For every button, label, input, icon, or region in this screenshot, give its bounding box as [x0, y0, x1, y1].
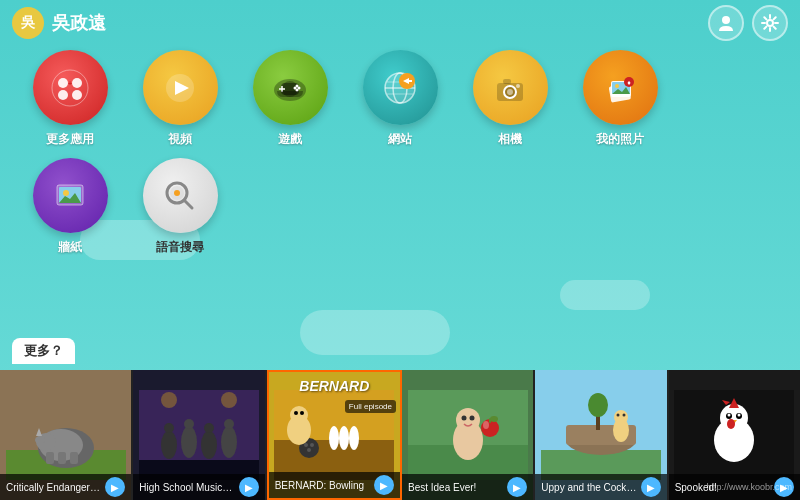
user-name-display: 吳 吳政遠	[12, 7, 106, 39]
thumbnails-row: Critically Endangere... ▶	[0, 370, 800, 500]
svg-point-105	[720, 404, 748, 432]
header: 吳 吳政遠	[0, 0, 800, 45]
svg-point-87	[461, 416, 466, 421]
app-game[interactable]: 遊戲	[240, 50, 340, 148]
svg-point-101	[616, 414, 619, 417]
svg-point-0	[722, 16, 730, 24]
app-video[interactable]: 視頻	[130, 50, 230, 148]
thumb-3-play[interactable]: ▶	[374, 475, 394, 495]
app-more-circle: +	[33, 50, 108, 125]
svg-line-45	[184, 200, 192, 208]
svg-point-30	[507, 89, 513, 95]
app-game-label: 遊戲	[278, 131, 302, 148]
profile-icon-btn[interactable]	[708, 5, 744, 41]
app-search-circle	[143, 158, 218, 233]
musical-thumbnail	[139, 390, 259, 480]
camera-icon	[489, 67, 531, 109]
app-more[interactable]: + 更多應用	[20, 50, 120, 148]
full-episode-badge: Full episode	[345, 400, 396, 413]
app-camera-circle	[473, 50, 548, 125]
thumb-2-label: High School Musical ... ▶	[133, 474, 264, 500]
svg-point-41	[63, 190, 69, 196]
svg-point-68	[224, 419, 234, 429]
svg-point-46	[174, 190, 180, 196]
settings-icon-btn[interactable]	[752, 5, 788, 41]
svg-point-111	[738, 414, 741, 417]
svg-point-67	[221, 426, 237, 458]
svg-point-35	[615, 84, 619, 88]
svg-point-59	[161, 392, 177, 408]
idea-thumbnail	[408, 390, 528, 480]
svg-point-31	[516, 84, 520, 88]
bernard-title: BERNARD	[269, 378, 400, 394]
svg-point-63	[181, 426, 197, 458]
cloud-decoration	[300, 310, 450, 355]
svg-point-60	[221, 392, 237, 408]
thumb-5-play[interactable]: ▶	[641, 477, 661, 497]
svg-point-91	[490, 416, 498, 422]
svg-rect-51	[46, 452, 54, 464]
thumb-2-play[interactable]: ▶	[239, 477, 259, 497]
profile-icon	[716, 13, 736, 33]
svg-point-78	[307, 448, 311, 452]
search-icon	[159, 175, 201, 217]
thumb-critically-endangered[interactable]: Critically Endangere... ▶	[0, 370, 133, 500]
app-wallpaper-circle	[33, 158, 108, 233]
svg-point-3	[58, 78, 68, 88]
settings-icon	[760, 13, 780, 33]
app-wallpaper[interactable]: 牆紙	[20, 158, 120, 256]
svg-point-61	[161, 431, 177, 459]
thumb-4-label: Best Idea Ever! ▶	[402, 474, 533, 500]
svg-point-1	[767, 20, 773, 26]
svg-point-100	[614, 410, 628, 424]
app-web-circle	[363, 50, 438, 125]
thumb-spooked[interactable]: Spooked! ▶	[669, 370, 800, 500]
cloud-decoration	[560, 280, 650, 310]
thumb-high-school-musical[interactable]: High School Musical ... ▶	[133, 370, 266, 500]
more-apps-icon: +	[49, 67, 91, 109]
svg-point-113	[727, 419, 735, 429]
spooked-thumbnail	[674, 390, 794, 480]
svg-rect-28	[503, 79, 511, 84]
svg-point-102	[622, 414, 625, 417]
app-grid: + 更多應用 視頻	[20, 50, 780, 266]
svg-point-82	[300, 411, 304, 415]
svg-point-98	[588, 393, 608, 417]
app-wallpaper-label: 牆紙	[58, 239, 82, 256]
watermark: http://www.koobr.com	[706, 482, 792, 492]
svg-rect-52	[58, 452, 66, 464]
thumb-5-label: Uppy and the Cockro... ▶	[535, 474, 666, 500]
svg-point-6	[72, 90, 82, 100]
app-web-label: 網站	[388, 131, 412, 148]
svg-point-17	[296, 84, 299, 87]
svg-point-110	[728, 414, 731, 417]
app-web[interactable]: 網站	[350, 50, 450, 148]
svg-point-76	[304, 443, 308, 447]
thumb-bernard[interactable]: BERNARD Full episode BERNARD: Bowling ▶	[267, 370, 402, 500]
svg-point-62	[164, 423, 174, 433]
photos-icon: ♦	[599, 67, 641, 109]
app-camera-label: 相機	[498, 131, 522, 148]
app-row-2: 牆紙 語音搜尋	[20, 158, 230, 256]
app-search[interactable]: 語音搜尋	[130, 158, 230, 256]
app-video-label: 視頻	[168, 131, 192, 148]
svg-point-72	[339, 426, 349, 450]
app-photos[interactable]: ♦ 我的照片	[570, 50, 670, 148]
thumb-1-play[interactable]: ▶	[105, 477, 125, 497]
app-video-circle	[143, 50, 218, 125]
app-row-1: + 更多應用 視頻	[20, 50, 670, 148]
thumb-4-play[interactable]: ▶	[507, 477, 527, 497]
thumb-best-idea[interactable]: Best Idea Ever! ▶	[402, 370, 535, 500]
svg-point-73	[349, 426, 359, 450]
app-game-circle	[253, 50, 328, 125]
svg-point-80	[290, 406, 308, 424]
app-photos-label: 我的照片	[596, 131, 644, 148]
bottom-bar: 更多？	[0, 370, 800, 500]
thumb-uppy[interactable]: Uppy and the Cockro... ▶	[535, 370, 668, 500]
svg-point-77	[310, 443, 314, 447]
wallpaper-icon	[49, 175, 91, 217]
app-more-label: 更多應用	[46, 131, 94, 148]
header-icons	[708, 5, 788, 41]
app-camera[interactable]: 相機	[460, 50, 560, 148]
more-button[interactable]: 更多？	[12, 338, 75, 364]
